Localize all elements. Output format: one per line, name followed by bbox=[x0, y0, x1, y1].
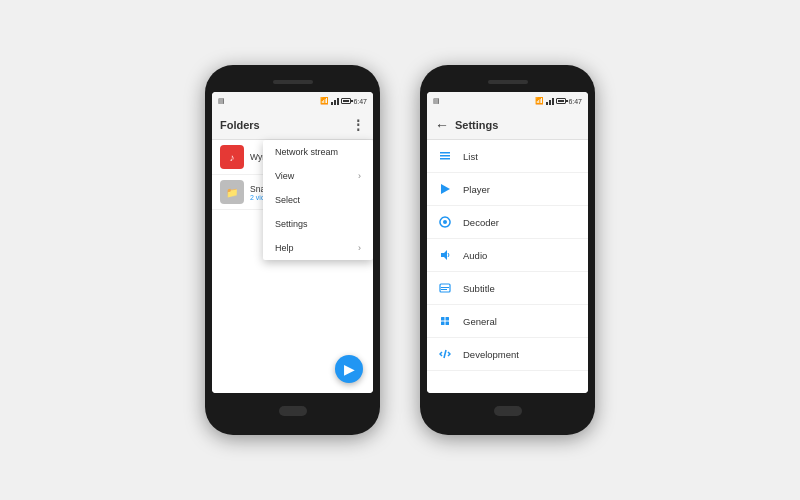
phone-1-speaker bbox=[273, 80, 313, 84]
settings-item-audio[interactable]: Audio bbox=[427, 239, 588, 272]
phone-2-status-left: ▤ bbox=[433, 97, 440, 105]
phone-2-bottom bbox=[427, 397, 588, 425]
phone-1-screen: ▤ 📶 6:47 Folders ⋮ bbox=[212, 92, 373, 393]
general-label: General bbox=[463, 316, 497, 327]
list-icon bbox=[437, 148, 453, 164]
phone-2-speaker-bar bbox=[427, 75, 588, 89]
time: 6:47 bbox=[353, 98, 367, 105]
folder-icon: 📁 bbox=[226, 187, 238, 198]
settings-item-list[interactable]: List bbox=[427, 140, 588, 173]
settings-item-decoder[interactable]: Decoder bbox=[427, 206, 588, 239]
folder-icon-red: ♪ bbox=[220, 145, 244, 169]
settings-app-bar: ← Settings bbox=[427, 110, 588, 140]
view-chevron: › bbox=[358, 171, 361, 181]
svg-rect-2 bbox=[440, 158, 450, 160]
help-label: Help bbox=[275, 243, 294, 253]
phone-2-notification-icon: ▤ bbox=[433, 97, 440, 105]
phone-2-speaker bbox=[488, 80, 528, 84]
svg-rect-6 bbox=[441, 287, 449, 288]
decoder-icon bbox=[437, 214, 453, 230]
phone-2-status-right: 📶 6:47 bbox=[535, 97, 582, 105]
folder-icon-gray: 📁 bbox=[220, 180, 244, 204]
development-icon bbox=[437, 346, 453, 362]
network-stream-label: Network stream bbox=[275, 147, 338, 157]
dropdown-view[interactable]: View › bbox=[263, 164, 373, 188]
phone-1-status-bar: ▤ 📶 6:47 bbox=[212, 92, 373, 110]
svg-line-12 bbox=[444, 350, 446, 358]
svg-rect-11 bbox=[446, 322, 450, 326]
svg-rect-7 bbox=[441, 289, 447, 290]
dropdown-menu: Network stream View › Select Settings He… bbox=[263, 140, 373, 260]
phone-2-time: 6:47 bbox=[568, 98, 582, 105]
wifi-icon: 📶 bbox=[320, 97, 329, 105]
svg-rect-1 bbox=[440, 155, 450, 157]
settings-title: Settings bbox=[455, 119, 498, 131]
subtitle-label: Subtitle bbox=[463, 283, 495, 294]
phone-2-battery-icon bbox=[556, 98, 566, 104]
svg-rect-9 bbox=[446, 317, 450, 321]
help-chevron: › bbox=[358, 243, 361, 253]
dropdown-network-stream[interactable]: Network stream bbox=[263, 140, 373, 164]
settings-item-general[interactable]: General bbox=[427, 305, 588, 338]
list-label: List bbox=[463, 151, 478, 162]
audio-label: Audio bbox=[463, 250, 487, 261]
battery-icon bbox=[341, 98, 351, 104]
general-icon bbox=[437, 313, 453, 329]
dropdown-help[interactable]: Help › bbox=[263, 236, 373, 260]
subtitle-icon bbox=[437, 280, 453, 296]
audio-icon bbox=[437, 247, 453, 263]
development-label: Development bbox=[463, 349, 519, 360]
menu-icon[interactable]: ⋮ bbox=[351, 117, 365, 133]
folders-title: Folders bbox=[220, 119, 260, 131]
phone-2-status-bar: ▤ 📶 6:47 bbox=[427, 92, 588, 110]
settings-item-development[interactable]: Development bbox=[427, 338, 588, 371]
signal-icon bbox=[331, 97, 339, 105]
phone-1-app-bar: Folders ⋮ bbox=[212, 110, 373, 140]
phone-2-screen: ▤ 📶 6:47 ← Settings bbox=[427, 92, 588, 393]
settings-item-player[interactable]: Player bbox=[427, 173, 588, 206]
status-right-icons: 📶 6:47 bbox=[320, 97, 367, 105]
status-left-icons: ▤ bbox=[218, 97, 225, 105]
phone-1-speaker-bar bbox=[212, 75, 373, 89]
settings-list: List Player Decoder Audio bbox=[427, 140, 588, 393]
svg-rect-8 bbox=[441, 317, 445, 321]
settings-label: Settings bbox=[275, 219, 308, 229]
back-arrow[interactable]: ← bbox=[435, 117, 449, 133]
phone-2-signal-icon bbox=[546, 97, 554, 105]
player-icon bbox=[437, 181, 453, 197]
home-button[interactable] bbox=[279, 406, 307, 416]
phone-1-bottom bbox=[212, 397, 373, 425]
decoder-label: Decoder bbox=[463, 217, 499, 228]
phone-2-wifi-icon: 📶 bbox=[535, 97, 544, 105]
folder-list: ♪ Wynk Music: M... songs 📁 SnapTube Vid.… bbox=[212, 140, 373, 393]
dropdown-select[interactable]: Select bbox=[263, 188, 373, 212]
fab-play[interactable]: ▶ bbox=[335, 355, 363, 383]
view-label: View bbox=[275, 171, 294, 181]
settings-item-subtitle[interactable]: Subtitle bbox=[427, 272, 588, 305]
music-icon: ♪ bbox=[230, 152, 235, 163]
phone-1: ▤ 📶 6:47 Folders ⋮ bbox=[205, 65, 380, 435]
select-label: Select bbox=[275, 195, 300, 205]
svg-rect-0 bbox=[440, 152, 450, 154]
player-label: Player bbox=[463, 184, 490, 195]
dropdown-settings[interactable]: Settings bbox=[263, 212, 373, 236]
svg-marker-3 bbox=[441, 184, 450, 194]
phone-2-home-button[interactable] bbox=[494, 406, 522, 416]
svg-point-4 bbox=[443, 220, 447, 224]
play-icon: ▶ bbox=[344, 361, 355, 377]
svg-rect-10 bbox=[441, 322, 445, 326]
notification-icon: ▤ bbox=[218, 97, 225, 105]
phone-2: ▤ 📶 6:47 ← Settings bbox=[420, 65, 595, 435]
